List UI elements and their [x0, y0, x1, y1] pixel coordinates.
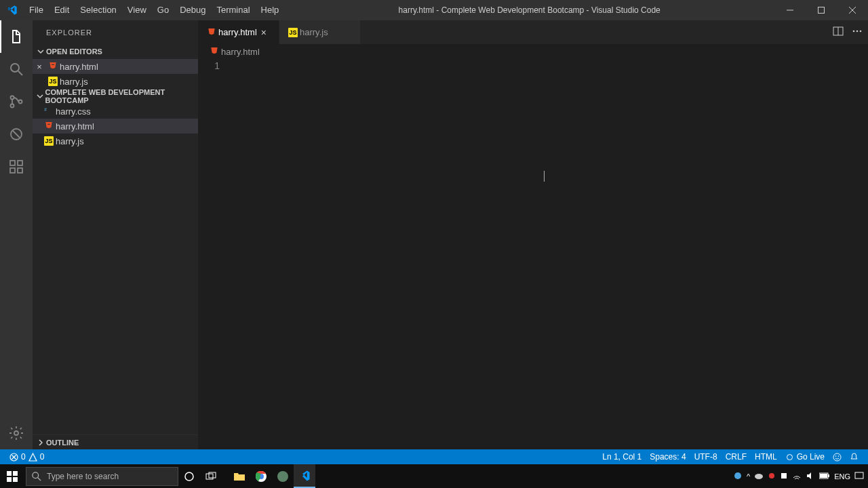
title-bar: File Edit Selection View Go Debug Termin…: [0, 0, 868, 20]
svg-line-5: [18, 71, 22, 75]
file-item[interactable]: harry.html: [33, 119, 198, 134]
taskbar-search[interactable]: Type here to search: [26, 467, 178, 486]
svg-rect-12: [10, 168, 15, 173]
cortana-icon[interactable]: [178, 464, 200, 488]
status-language[interactable]: HTML: [751, 452, 781, 462]
open-editors-header[interactable]: OPEN EDITORS: [33, 44, 198, 59]
outline-header[interactable]: OUTLINE: [33, 434, 198, 449]
tray-record-icon[interactable]: [768, 472, 776, 481]
close-icon[interactable]: ×: [34, 62, 45, 72]
tray-chevron-icon[interactable]: ^: [747, 472, 750, 481]
breadcrumb-file: harry.html: [221, 47, 260, 57]
status-feedback-icon[interactable]: [829, 452, 846, 462]
close-icon[interactable]: ×: [261, 27, 267, 38]
breadcrumbs[interactable]: harry.html: [198, 44, 868, 59]
activity-scm-icon[interactable]: [0, 85, 33, 118]
task-view-icon[interactable]: [200, 464, 222, 488]
svg-text:#: #: [44, 107, 47, 112]
svg-point-6: [11, 96, 14, 100]
svg-point-7: [11, 104, 14, 108]
svg-point-28: [838, 455, 840, 457]
status-problems[interactable]: 0 0: [5, 452, 48, 462]
chevron-right-icon: [37, 437, 44, 448]
text-editor[interactable]: 1: [198, 59, 868, 449]
svg-rect-14: [18, 161, 22, 165]
file-name: harry.js: [56, 136, 84, 146]
menu-help[interactable]: Help: [256, 0, 285, 20]
html-file-icon: [46, 61, 60, 72]
close-button[interactable]: [837, 0, 868, 20]
chevron-down-icon: [35, 93, 45, 100]
line-number: 1: [198, 60, 220, 71]
activity-explorer-icon[interactable]: [0, 20, 33, 53]
code-area[interactable]: [232, 59, 868, 449]
workspace-header[interactable]: COMPLETE WEB DEVELOPMENT BOOTCAMP: [33, 89, 198, 104]
tray-weather-icon[interactable]: [733, 471, 743, 482]
svg-point-40: [277, 471, 288, 482]
tab-harry-js[interactable]: JS harry.js: [279, 20, 361, 44]
activity-settings-icon[interactable]: [0, 417, 33, 449]
svg-point-20: [856, 30, 859, 32]
tray-stop-icon[interactable]: [780, 472, 788, 481]
open-editor-item[interactable]: JS harry.js: [33, 74, 198, 89]
file-name: harry.js: [60, 77, 88, 87]
status-golive[interactable]: Go Live: [781, 452, 829, 462]
html-file-icon: [205, 27, 218, 38]
activity-search-icon[interactable]: [0, 53, 33, 85]
html-file-icon: [208, 46, 221, 57]
tray-network-icon[interactable]: [792, 471, 802, 482]
menu-view[interactable]: View: [122, 0, 152, 20]
file-name: harry.html: [60, 62, 98, 72]
svg-point-8: [19, 100, 22, 104]
svg-rect-31: [7, 477, 12, 482]
status-eol[interactable]: CRLF: [722, 452, 751, 462]
browser-icon[interactable]: [272, 464, 294, 488]
file-item[interactable]: JS harry.js: [33, 134, 198, 148]
chevron-down-icon: [35, 48, 46, 55]
menu-edit[interactable]: Edit: [49, 0, 75, 20]
status-position[interactable]: Ln 1, Col 1: [598, 452, 646, 462]
file-item[interactable]: # harry.css: [33, 104, 198, 119]
svg-rect-47: [820, 474, 827, 478]
svg-point-27: [835, 455, 837, 457]
menu-file[interactable]: File: [24, 0, 49, 20]
open-editor-item[interactable]: × harry.html: [33, 59, 198, 74]
minimize-button[interactable]: [774, 0, 806, 20]
menu-selection[interactable]: Selection: [75, 0, 121, 20]
vscode-logo-icon: [0, 5, 24, 16]
vscode-taskbar-icon[interactable]: [294, 464, 315, 488]
chrome-icon[interactable]: [250, 464, 272, 488]
svg-point-4: [11, 64, 19, 72]
menu-terminal[interactable]: Terminal: [211, 0, 255, 20]
activity-debug-icon[interactable]: [0, 118, 33, 150]
tab-actions: [827, 20, 868, 44]
more-icon[interactable]: [852, 26, 863, 39]
svg-rect-32: [13, 477, 18, 482]
split-editor-icon[interactable]: [833, 26, 844, 39]
text-cursor: [544, 171, 545, 182]
css-file-icon: #: [42, 106, 56, 117]
tray-action-center-icon[interactable]: [854, 471, 864, 482]
start-button[interactable]: [0, 464, 24, 488]
status-spaces[interactable]: Spaces: 4: [646, 452, 690, 462]
tab-label: harry.html: [218, 27, 257, 37]
status-bar: 0 0 Ln 1, Col 1 Spaces: 4 UTF-8 CRLF HTM…: [0, 449, 868, 464]
js-file-icon: JS: [42, 136, 56, 146]
menu-debug[interactable]: Debug: [174, 0, 211, 20]
tray-battery-icon[interactable]: [819, 472, 830, 481]
menu-go[interactable]: Go: [152, 0, 174, 20]
tray-onedrive-icon[interactable]: [754, 471, 764, 482]
search-icon: [32, 472, 41, 481]
tab-harry-html[interactable]: harry.html ×: [198, 20, 279, 44]
tray-language[interactable]: ENG: [834, 472, 850, 481]
status-bell-icon[interactable]: [846, 452, 863, 462]
sidebar-title: EXPLORER: [33, 20, 198, 44]
line-number-gutter: 1: [198, 59, 232, 449]
activity-extensions-icon[interactable]: [0, 150, 33, 183]
file-name: harry.html: [56, 121, 94, 131]
workspace-label: COMPLETE WEB DEVELOPMENT BOOTCAMP: [45, 88, 195, 104]
status-encoding[interactable]: UTF-8: [690, 452, 722, 462]
file-explorer-icon[interactable]: [229, 464, 250, 488]
tray-volume-icon[interactable]: [806, 471, 815, 482]
maximize-button[interactable]: [806, 0, 837, 20]
